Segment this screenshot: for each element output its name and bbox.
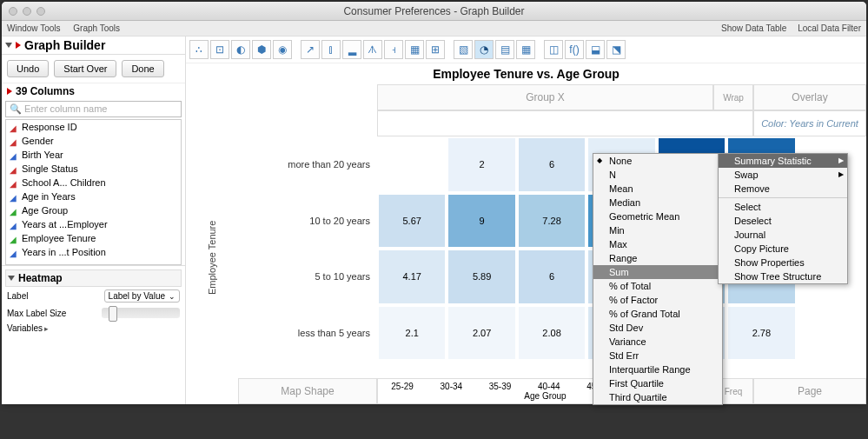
element-type-button[interactable]: ◉ xyxy=(273,40,292,59)
element-type-button[interactable]: ◔ xyxy=(474,40,494,59)
menu-item[interactable]: Sum xyxy=(593,265,722,279)
element-type-button[interactable]: ⩚ xyxy=(363,40,382,59)
menu-item[interactable]: Mean xyxy=(593,182,722,196)
element-type-button[interactable]: ⊞ xyxy=(426,40,445,59)
element-type-button[interactable]: ▦ xyxy=(516,40,535,59)
element-type-button[interactable]: ⬔ xyxy=(606,40,626,59)
column-name: Gender xyxy=(22,136,54,146)
column-item[interactable]: Age in Years xyxy=(6,190,181,203)
heatmap-cell[interactable]: 9 xyxy=(447,193,516,249)
menu-item[interactable]: Median xyxy=(593,196,722,210)
max-label-size-slider[interactable] xyxy=(102,308,180,318)
menu-item[interactable]: Geometric Mean xyxy=(593,210,722,223)
menu-item[interactable]: Variance xyxy=(593,335,722,349)
heatmap-cell[interactable]: 6 xyxy=(517,136,586,193)
done-button[interactable]: Done xyxy=(122,60,163,77)
column-item[interactable]: Years in ...t Position xyxy=(6,245,181,259)
disclosure-icon[interactable] xyxy=(5,43,12,48)
zone-wrap[interactable]: Wrap xyxy=(713,84,753,110)
heatmap-cell[interactable]: 2.07 xyxy=(447,305,516,362)
menu-item[interactable]: Range xyxy=(593,251,722,265)
hotspot-icon[interactable] xyxy=(16,42,21,49)
menu-graph-tools[interactable]: Graph Tools xyxy=(73,23,120,33)
element-type-button[interactable]: ⫿ xyxy=(321,40,341,59)
heatmap-cell[interactable]: 7.28 xyxy=(517,193,586,249)
context-menu[interactable]: Summary StatisticSwapRemoveSelectDeselec… xyxy=(718,153,848,284)
menu-item[interactable]: Third Quartile xyxy=(593,390,722,404)
undo-button[interactable]: Undo xyxy=(7,60,49,77)
element-type-button[interactable]: ⫞ xyxy=(384,40,403,59)
menu-item[interactable]: % of Factor xyxy=(593,293,722,307)
element-type-button[interactable]: ▧ xyxy=(454,40,473,59)
column-item[interactable]: Gender xyxy=(6,134,181,148)
startover-button[interactable]: Start Over xyxy=(54,60,116,77)
column-item[interactable]: Birth Year xyxy=(6,148,181,162)
label-select[interactable]: Label by Value xyxy=(104,289,180,303)
menu-item[interactable]: Min xyxy=(593,223,722,237)
zone-group-x[interactable]: Group X xyxy=(377,84,713,110)
column-search-input[interactable]: 🔍 Enter column name xyxy=(5,101,182,117)
menu-item[interactable]: None xyxy=(593,154,722,168)
column-item[interactable]: Single Status xyxy=(6,162,181,176)
menu-item[interactable]: Show Properties xyxy=(719,256,847,269)
heatmap-cell[interactable]: 2.1 xyxy=(377,305,447,362)
zone-page[interactable]: Page xyxy=(753,378,866,404)
disclosure-icon[interactable] xyxy=(8,276,15,281)
heatmap-cell[interactable] xyxy=(797,305,866,362)
menu-item[interactable]: Swap xyxy=(719,168,847,182)
zone-color[interactable]: Color: Years in Current xyxy=(753,110,866,136)
element-type-button[interactable]: ▦ xyxy=(405,40,424,59)
menu-item[interactable]: Summary Statistic xyxy=(719,154,847,168)
menu-item[interactable]: Copy Picture xyxy=(719,242,847,256)
element-type-button[interactable]: ⊡ xyxy=(210,40,229,59)
heatmap-cell[interactable]: 2.78 xyxy=(726,305,796,362)
column-item[interactable]: Employee Tenure xyxy=(6,231,181,245)
element-type-button[interactable]: ▤ xyxy=(495,40,514,59)
columns-header[interactable]: 39 Columns xyxy=(2,83,185,99)
heatmap-cell[interactable] xyxy=(377,136,447,193)
graph-builder-header[interactable]: Graph Builder xyxy=(2,37,185,55)
heatmap-cell[interactable]: 2.08 xyxy=(517,305,586,362)
statistic-menu[interactable]: NoneNMeanMedianGeometric MeanMinMaxRange… xyxy=(593,153,723,405)
column-item[interactable]: Response ID xyxy=(6,120,181,134)
menu-item[interactable]: % of Total xyxy=(593,279,722,293)
column-item[interactable]: School A... Children xyxy=(6,176,181,190)
heatmap-cell[interactable]: 5.89 xyxy=(447,249,516,305)
element-type-button[interactable]: ↗ xyxy=(301,40,320,59)
menu-item[interactable]: Std Err xyxy=(593,349,722,363)
element-type-button[interactable]: ◐ xyxy=(231,40,250,59)
variables-label[interactable]: Variables xyxy=(7,323,49,333)
menu-item[interactable]: Deselect xyxy=(719,214,847,228)
menu-item[interactable]: First Quartile xyxy=(593,376,722,390)
element-type-button[interactable]: ⬓ xyxy=(586,40,605,59)
element-type-button[interactable]: ⬢ xyxy=(252,40,271,59)
menu-item[interactable]: Interquartile Range xyxy=(593,363,722,376)
element-type-button[interactable]: ▂ xyxy=(342,40,361,59)
heatmap-cell[interactable]: 5.67 xyxy=(377,193,447,249)
element-type-button[interactable]: ◫ xyxy=(544,40,563,59)
column-item[interactable]: Years at ...Employer xyxy=(6,217,181,231)
heatmap-cell[interactable]: 4.17 xyxy=(377,249,447,305)
column-list[interactable]: Response IDGenderBirth YearSingle Status… xyxy=(5,119,182,265)
heatmap-cell[interactable]: 6 xyxy=(517,249,586,305)
menu-item[interactable]: Std Dev xyxy=(593,321,722,335)
menu-show-data-table[interactable]: Show Data Table xyxy=(721,23,786,33)
options-header[interactable]: Heatmap xyxy=(5,269,182,287)
menu-item[interactable]: Select xyxy=(719,200,847,214)
row-label: more than 20 years xyxy=(238,136,377,193)
menu-item[interactable]: Remove xyxy=(719,182,847,196)
menu-item[interactable]: Max xyxy=(593,237,722,251)
menu-item[interactable]: Journal xyxy=(719,228,847,242)
heatmap-cell[interactable]: 2 xyxy=(447,136,516,193)
element-type-button[interactable]: f() xyxy=(565,40,584,59)
hotspot-icon[interactable] xyxy=(7,88,12,95)
zone-map-shape[interactable]: Map Shape xyxy=(238,378,377,404)
menu-local-data-filter[interactable]: Local Data Filter xyxy=(798,23,861,33)
menu-item[interactable]: % of Grand Total xyxy=(593,307,722,321)
menu-item[interactable]: Show Tree Structure xyxy=(719,269,847,283)
zone-overlay[interactable]: Overlay xyxy=(753,84,866,110)
menu-item[interactable]: N xyxy=(593,168,722,182)
element-type-button[interactable]: ∴ xyxy=(189,40,209,59)
menu-window-tools[interactable]: Window Tools xyxy=(7,23,61,33)
column-item[interactable]: Age Group xyxy=(6,203,181,217)
